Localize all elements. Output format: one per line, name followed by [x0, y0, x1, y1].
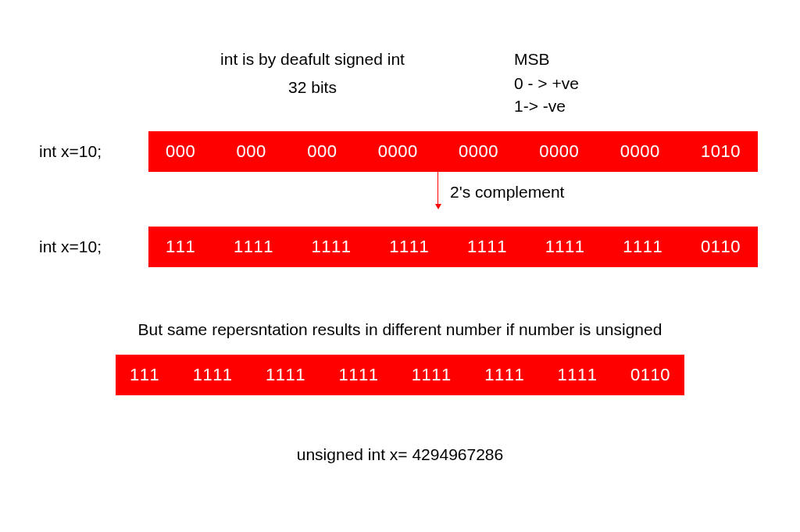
- bit-group: 1111: [545, 237, 585, 257]
- bit-group: 111: [166, 237, 195, 257]
- bit-group: 000: [307, 141, 337, 162]
- bit-group: 1111: [193, 365, 233, 385]
- arrow-caption: 2's complement: [450, 181, 564, 203]
- msb-positive: 0 - > +ve: [514, 73, 579, 95]
- heading-bits: 32 bits: [195, 77, 430, 98]
- bit-group: 0110: [701, 237, 741, 257]
- heading-signed-int: int is by deafult signed int: [195, 48, 430, 70]
- bit-group: 000: [237, 141, 266, 162]
- bit-group: 1111: [412, 365, 452, 385]
- bit-group: 1111: [558, 365, 598, 385]
- bit-group: 1111: [467, 237, 507, 257]
- bit-group: 1010: [701, 141, 741, 162]
- msb-negative: 1-> -ve: [514, 95, 566, 117]
- bit-group: 1111: [312, 237, 352, 257]
- unsigned-value-label: unsigned int x= 4294967286: [0, 444, 800, 466]
- bit-group: 111: [130, 365, 159, 385]
- bit-bar-positive: 000 000 000 0000 0000 0000 0000 1010: [148, 131, 758, 172]
- bit-group: 0110: [630, 365, 670, 385]
- msb-label: MSB: [514, 48, 550, 70]
- bit-group: 0000: [620, 141, 660, 162]
- twos-complement-arrow: [434, 172, 442, 209]
- bit-group: 000: [166, 141, 195, 162]
- bit-group: 1111: [484, 365, 524, 385]
- bit-group: 1111: [623, 237, 662, 257]
- bit-group: 1111: [234, 237, 273, 257]
- row1-code-label: int x=10;: [39, 141, 102, 162]
- diagram-canvas: int is by deafult signed int 32 bits MSB…: [0, 0, 800, 532]
- row2-code-label: int x=10;: [39, 236, 102, 258]
- unsigned-note: But same repersntation results in differ…: [0, 319, 800, 341]
- bit-group: 0000: [459, 141, 498, 162]
- bit-group: 0000: [539, 141, 579, 162]
- bit-group: 1111: [338, 365, 378, 385]
- bit-group: 1111: [389, 237, 429, 257]
- bit-bar-twos-complement: 111 1111 1111 1111 1111 1111 1111 0110: [148, 227, 758, 267]
- bit-group: 1111: [266, 365, 305, 385]
- bit-bar-unsigned: 111 1111 1111 1111 1111 1111 1111 0110: [116, 355, 684, 395]
- bit-group: 0000: [378, 141, 418, 162]
